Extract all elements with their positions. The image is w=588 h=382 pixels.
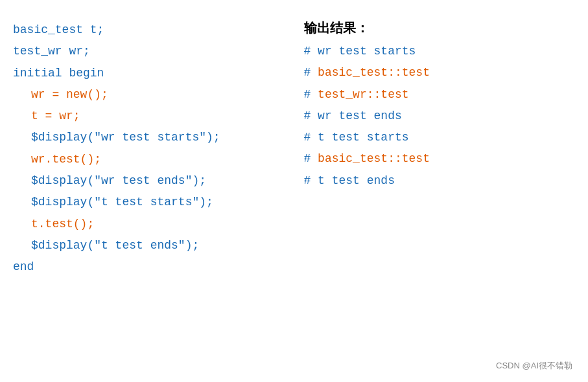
code-text: t.test(); bbox=[31, 218, 94, 230]
output-text: wr test ends bbox=[318, 109, 402, 122]
watermark: CSDN @AI很不错勒 bbox=[496, 360, 572, 372]
output-text: wr test starts bbox=[318, 45, 416, 58]
hash-symbol: # bbox=[304, 109, 318, 122]
code-text: test_wr wr; bbox=[13, 45, 90, 58]
code-line: t = wr; bbox=[13, 106, 272, 127]
code-text: basic_test t; bbox=[13, 23, 104, 36]
code-line: wr = new(); bbox=[13, 84, 272, 106]
code-line: $display("wr test ends"); bbox=[13, 170, 272, 192]
output-panel: 输出结果：# wr test starts# basic_test::test#… bbox=[291, 19, 563, 363]
code-text: $display("t test starts"); bbox=[31, 196, 213, 208]
code-line: initial begin bbox=[13, 63, 272, 84]
code-text: $display("wr test starts"); bbox=[31, 131, 220, 144]
code-line: t.test(); bbox=[13, 214, 272, 235]
code-line: end bbox=[13, 256, 272, 278]
output-line: # wr test ends bbox=[304, 106, 563, 127]
code-line: wr.test(); bbox=[13, 149, 272, 170]
hash-symbol: # bbox=[304, 88, 318, 101]
hash-symbol: # bbox=[304, 45, 318, 58]
output-text: t test starts bbox=[318, 131, 408, 144]
code-text: end bbox=[13, 260, 34, 273]
hash-symbol: # bbox=[304, 174, 318, 187]
code-text: $display("t test ends"); bbox=[31, 239, 199, 252]
main-container: basic_test t;test_wr wr;initial beginwr … bbox=[0, 0, 588, 382]
code-line: $display("t test ends"); bbox=[13, 235, 272, 256]
code-text: wr = new(); bbox=[31, 88, 108, 101]
output-text: basic_test::test bbox=[318, 66, 430, 79]
output-text: t test ends bbox=[318, 174, 395, 187]
output-text: basic_test::test bbox=[318, 152, 430, 165]
code-line: test_wr wr; bbox=[13, 41, 272, 62]
code-line: $display("t test starts"); bbox=[13, 192, 272, 213]
code-panel: basic_test t;test_wr wr;initial beginwr … bbox=[13, 19, 291, 363]
hash-symbol: # bbox=[304, 66, 318, 79]
hash-symbol: # bbox=[304, 152, 318, 165]
code-line: basic_test t; bbox=[13, 19, 272, 41]
output-line: # basic_test::test bbox=[304, 148, 563, 170]
code-text: t = wr; bbox=[31, 109, 80, 122]
output-line: # test_wr::test bbox=[304, 84, 563, 106]
output-line: # t test starts bbox=[304, 127, 563, 148]
hash-symbol: # bbox=[304, 131, 318, 144]
output-text: test_wr::test bbox=[318, 88, 408, 101]
output-line: # basic_test::test bbox=[304, 62, 563, 84]
output-line: # t test ends bbox=[304, 170, 563, 192]
output-title: 输出结果： bbox=[304, 19, 563, 37]
code-text: wr.test(); bbox=[31, 153, 101, 166]
code-line: $display("wr test starts"); bbox=[13, 127, 272, 148]
code-text: initial begin bbox=[13, 67, 104, 80]
output-line: # wr test starts bbox=[304, 41, 563, 62]
code-text: $display("wr test ends"); bbox=[31, 174, 206, 187]
